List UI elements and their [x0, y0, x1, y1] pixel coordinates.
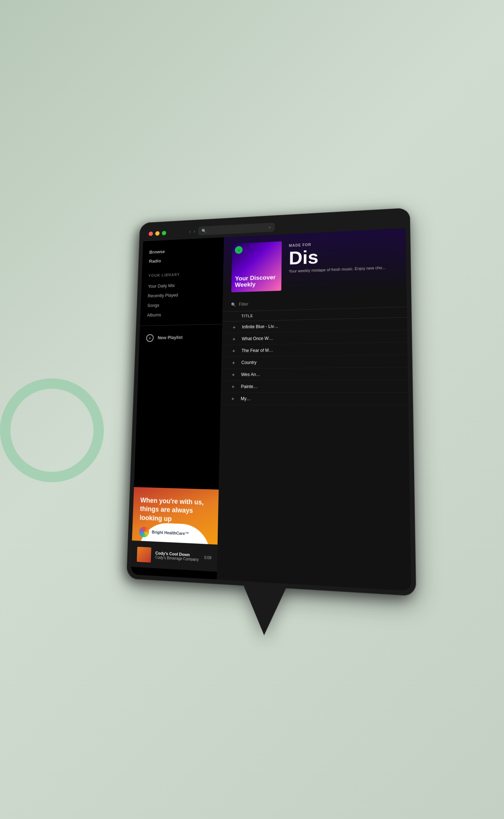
maximize-button[interactable] [162, 231, 166, 235]
playlist-cover-art: ♪ Your Discover Weekly [231, 241, 281, 293]
track-add-icon[interactable]: + [230, 372, 237, 378]
track-add-icon[interactable]: + [229, 384, 237, 389]
tablet-screen: ‹ › 🔍 ✕ Browse Radio YOUR LIBRARY [131, 212, 411, 591]
track-add-icon[interactable]: + [230, 336, 237, 342]
now-playing-info: Cody's Cool Down Cody's Beverage Company [155, 551, 200, 562]
new-playlist-button[interactable]: + New Playlist [139, 330, 222, 345]
track-title: What Once W… [241, 333, 398, 341]
search-icon: 🔍 [201, 228, 206, 233]
playlist-info: MADE FOR Dis Your weekly mixtape of fres… [289, 236, 385, 274]
tablet-device: ‹ › 🔍 ✕ Browse Radio YOUR LIBRARY [126, 208, 416, 596]
track-title: My… [240, 396, 398, 402]
header-title-col: TITLE [241, 310, 397, 318]
bright-logo-text: Bright HealthCare™ [152, 530, 189, 536]
track-add-icon[interactable]: + [229, 396, 236, 402]
track-title: Infinite Blue - Liv… [242, 321, 398, 330]
minimize-button[interactable] [155, 231, 159, 236]
track-add-icon[interactable]: + [230, 360, 237, 366]
mug-decoration [0, 378, 104, 482]
new-playlist-label: New Playlist [157, 335, 182, 340]
track-row[interactable]: + Painte… [221, 380, 408, 393]
track-add-icon[interactable]: + [230, 324, 237, 330]
filter-label: Filter [238, 302, 248, 307]
tablet-frame: ‹ › 🔍 ✕ Browse Radio YOUR LIBRARY [126, 208, 416, 596]
now-playing-album-art [136, 546, 151, 562]
clear-icon[interactable]: ✕ [268, 226, 271, 230]
ad-text: When you're with us, things are always l… [139, 496, 211, 525]
featured-header: ♪ Your Discover Weekly MADE FOR Dis Your… [223, 228, 406, 298]
address-bar[interactable]: 🔍 ✕ [198, 223, 274, 236]
close-button[interactable] [148, 231, 153, 236]
browser-controls: ‹ › 🔍 ✕ [189, 223, 274, 236]
plus-icon: + [146, 334, 154, 342]
now-playing-time: 0:09 [204, 556, 211, 560]
track-row[interactable]: + My… [220, 393, 408, 405]
app-content: Browse Radio YOUR LIBRARY Your Daily Mix… [131, 228, 411, 591]
spotify-logo: ♪ [235, 246, 243, 254]
forward-button[interactable]: › [193, 228, 195, 234]
track-title: The Fear of M… [241, 346, 398, 353]
main-scroll-area[interactable]: ♪ Your Discover Weekly MADE FOR Dis Your… [217, 228, 411, 591]
header-add-col [231, 314, 241, 318]
main-content: ♪ Your Discover Weekly MADE FOR Dis Your… [217, 228, 411, 591]
track-title: Painte… [241, 384, 398, 389]
sidebar-divider [140, 324, 222, 326]
cover-text: Your Discover Weekly [235, 274, 281, 289]
track-title: Wes An… [241, 371, 398, 377]
ad-banner[interactable]: When you're with us, things are always l… [132, 487, 218, 545]
bright-logo-icon [139, 527, 149, 537]
track-row[interactable]: + Wes An… [221, 368, 408, 381]
playlist-title: Dis [289, 244, 385, 267]
track-add-icon[interactable]: + [230, 348, 237, 354]
now-playing-bar: Cody's Cool Down Cody's Beverage Company… [131, 540, 217, 572]
filter-icon: 🔍 [231, 302, 236, 307]
ad-area: When you're with us, things are always l… [132, 487, 218, 545]
tablet-stand [241, 582, 287, 637]
library-section-title: YOUR LIBRARY [142, 271, 223, 278]
traffic-lights [148, 231, 166, 236]
sidebar-nav: Browse Radio [142, 244, 224, 266]
track-title: Country [241, 358, 398, 365]
sidebar: Browse Radio YOUR LIBRARY Your Daily Mix… [131, 237, 224, 580]
track-row[interactable]: + Country [221, 355, 408, 369]
sidebar-item-albums[interactable]: Albums [140, 308, 223, 320]
back-button[interactable]: ‹ [189, 228, 191, 235]
